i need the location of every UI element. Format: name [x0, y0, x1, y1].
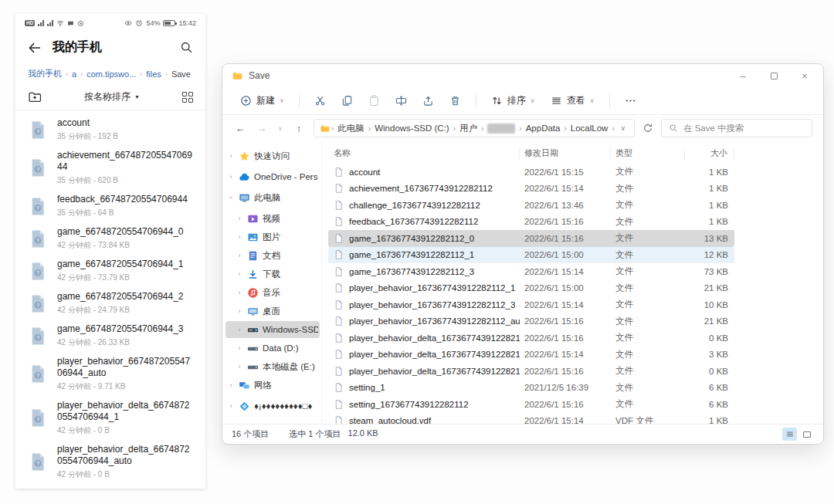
chevron-collapsed-icon[interactable]: › — [236, 215, 243, 222]
file-name: account — [349, 167, 380, 177]
phone-file-item[interactable]: ? game_66748720554706944_1 42 分钟前 - 73.7… — [15, 255, 205, 287]
forward-button[interactable]: → — [255, 123, 269, 134]
sidebar-item-ssd[interactable]: ›Windows-SSD (C: — [225, 321, 320, 338]
phone-file-item[interactable]: ? game_66748720554706944_0 42 分钟前 - 73.8… — [15, 222, 205, 255]
sidebar-item-document[interactable]: ›文档 — [225, 247, 320, 264]
sort-button[interactable]: 排序 ∨ — [484, 90, 542, 111]
sidebar-item-network[interactable]: ›网络 — [225, 377, 320, 394]
chevron-collapsed-icon[interactable]: › — [227, 402, 235, 410]
back-button[interactable]: ← — [233, 123, 247, 134]
table-row[interactable]: game_167367743912282112_3 2022/6/1 15:14… — [328, 263, 734, 280]
grid-view-icon[interactable] — [182, 92, 193, 103]
table-row[interactable]: player_behavior_delta_167367743912282112… — [328, 347, 734, 364]
breadcrumb-item[interactable]: 此电脑 — [334, 123, 368, 134]
chevron-collapsed-icon[interactable]: › — [236, 307, 243, 315]
up-button[interactable]: ↑ — [292, 123, 306, 134]
table-row[interactable]: steam_autocloud.vdf 2022/6/1 15:14 VDF 文… — [328, 413, 734, 425]
chevron-collapsed-icon[interactable]: › — [236, 252, 243, 259]
column-header-type[interactable]: 类型 — [611, 147, 685, 160]
search-box[interactable]: 在 Save 中搜索 — [661, 119, 812, 137]
phone-file-item[interactable]: ? game_66748720554706944_2 42 分钟前 - 24.7… — [15, 287, 205, 320]
chevron-collapsed-icon[interactable]: › — [236, 289, 243, 296]
breadcrumb-item[interactable]: com.tipswo... — [86, 69, 136, 79]
new-folder-icon[interactable] — [28, 90, 42, 103]
copy-button[interactable] — [334, 91, 360, 110]
sidebar-item-star[interactable]: ›快速访问 — [225, 147, 320, 164]
table-row[interactable]: setting_1 2021/12/5 16:39 文件 6 KB — [328, 380, 734, 397]
phone-file-item[interactable]: ? player_behavior_delta_6674872055470694… — [15, 440, 205, 484]
address-dropdown-icon[interactable]: ∨ — [617, 124, 629, 132]
details-view-toggle[interactable] — [782, 428, 797, 441]
paste-button[interactable] — [361, 91, 387, 110]
maximize-button[interactable] — [758, 65, 789, 86]
file-size: 1 KB — [685, 416, 734, 424]
phone-file-item[interactable]: ? game_66748720554706944_3 42 分钟前 - 26.3… — [15, 320, 205, 352]
table-row[interactable]: player_behavior_delta_167367743912282112… — [328, 363, 734, 380]
sidebar-item-cloud[interactable]: ›OneDrive - Persona — [225, 168, 320, 185]
sidebar-item-download[interactable]: ›下载 — [225, 266, 320, 282]
phone-file-item[interactable]: ? player_behavior_delta_6674872055470694… — [15, 396, 205, 440]
column-header-date[interactable]: 修改日期 — [520, 147, 611, 160]
phone-file-item[interactable]: ? achievement_66748720554706944 35 分钟前 -… — [15, 146, 205, 190]
delete-button[interactable] — [442, 91, 468, 110]
breadcrumb-item[interactable]: 用户 — [456, 123, 480, 134]
table-row[interactable]: challenge_167367743912282112 2022/6/1 13… — [328, 197, 734, 214]
new-button[interactable]: 新建 ∨ — [233, 90, 291, 111]
column-header-size[interactable]: 大小 — [685, 147, 734, 160]
table-row[interactable]: account 2022/6/1 15:15 文件 1 KB — [328, 164, 734, 181]
minimize-button[interactable]: – — [727, 65, 758, 86]
sidebar-item-drive[interactable]: ›本地磁盘 (E:) — [225, 358, 320, 375]
history-chevron-icon[interactable]: ∨ — [276, 125, 284, 132]
column-header-name[interactable]: 名称 — [328, 147, 520, 160]
chevron-collapsed-icon[interactable]: › — [236, 233, 243, 241]
breadcrumb-item[interactable]: 我的手机 — [28, 68, 62, 79]
sidebar-item-drive[interactable]: ›Data (D:) — [225, 340, 320, 357]
chevron-expanded-icon[interactable]: › — [227, 194, 235, 201]
refresh-icon[interactable] — [642, 123, 653, 134]
sidebar-item-video[interactable]: ›视频 — [225, 210, 320, 227]
breadcrumb-item[interactable]: Save — [171, 69, 191, 79]
table-row[interactable]: game_167367743912282112_1 2022/6/1 15:00… — [328, 247, 734, 264]
breadcrumb-item[interactable]: LocalLow — [568, 123, 612, 133]
chevron-collapsed-icon[interactable]: › — [236, 326, 243, 333]
table-row[interactable]: setting_167367743912282112 2022/6/1 15:1… — [328, 396, 734, 413]
breadcrumb-item[interactable]: a — [72, 69, 76, 79]
chevron-collapsed-icon[interactable]: › — [236, 344, 243, 352]
table-row[interactable]: player_behavior_167367743912282112_auto … — [328, 313, 734, 330]
breadcrumb-item[interactable]: files — [146, 69, 161, 79]
search-icon[interactable] — [180, 41, 193, 54]
table-row[interactable]: player_behavior_delta_167367743912282112… — [328, 330, 734, 347]
view-button[interactable]: 查看 ∨ — [544, 90, 602, 111]
page-icon — [334, 382, 344, 393]
more-button[interactable] — [618, 91, 643, 110]
rename-button[interactable] — [388, 91, 414, 110]
breadcrumb-item[interactable]: Windows-SSD (C:) — [371, 123, 452, 133]
table-row[interactable]: feedback_167367743912282112 2022/6/1 15:… — [328, 214, 734, 231]
phone-file-item[interactable]: ? feedback_66748720554706944 35 分钟前 - 64… — [15, 190, 205, 222]
sort-order-button[interactable]: 按名称排序 ▼ — [84, 90, 140, 103]
sidebar-item-pc[interactable]: ›此电脑 — [225, 189, 320, 206]
chevron-collapsed-icon[interactable]: › — [227, 173, 235, 181]
thumbnail-view-toggle[interactable] — [799, 428, 814, 441]
sidebar-item-music[interactable]: ›音乐 — [225, 284, 320, 301]
phone-file-item[interactable]: ? account 35 分钟前 - 192 B — [15, 113, 205, 146]
sidebar-item-picture[interactable]: ›图片 — [225, 228, 320, 245]
share-button[interactable] — [415, 91, 441, 110]
close-button[interactable]: × — [789, 65, 820, 86]
chevron-collapsed-icon[interactable]: › — [227, 152, 235, 160]
chevron-collapsed-icon[interactable]: › — [236, 363, 243, 370]
cut-button[interactable] — [307, 91, 333, 110]
phone-file-item[interactable]: ? player_behavior_66748720554706944_auto… — [15, 352, 205, 396]
phone-file-item[interactable]: ? setting_1 42 分钟前 - 5.42 KB — [15, 484, 205, 489]
sidebar-item-device[interactable]: ›♦¡♦♦♦♦♦♦♦♦♦□♦ — [225, 397, 320, 414]
breadcrumb-item[interactable]: AppData — [523, 123, 564, 133]
table-row[interactable]: player_behavior_167367743912282112_1 202… — [328, 280, 734, 297]
sidebar-item-desktop[interactable]: ›桌面 — [225, 303, 320, 320]
table-row[interactable]: game_167367743912282112_0 2022/6/1 15:16… — [328, 230, 734, 247]
table-row[interactable]: player_behavior_167367743912282112_3 202… — [328, 296, 734, 313]
back-arrow-icon[interactable] — [28, 42, 42, 54]
table-row[interactable]: achievement_167367743912282112 2022/6/1 … — [328, 181, 734, 198]
address-box[interactable]: › 此电脑›Windows-SSD (C:)›用户››AppData›Local… — [314, 119, 635, 137]
chevron-collapsed-icon[interactable]: › — [227, 381, 235, 389]
chevron-collapsed-icon[interactable]: › — [236, 270, 243, 278]
